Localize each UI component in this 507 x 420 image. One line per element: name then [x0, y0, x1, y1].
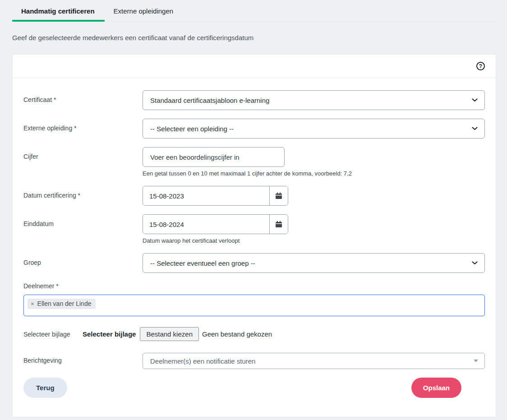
tab-handmatig-certificeren[interactable]: Handmatig certificeren — [12, 7, 105, 21]
tab-externe-opleidingen[interactable]: Externe opleidingen — [105, 7, 184, 21]
cijfer-hint: Een getal tussen 0 en 10 met maximaal 1 … — [143, 170, 485, 177]
externe-opleiding-select[interactable]: -- Selecteer een opleiding -- — [143, 119, 485, 138]
tabs-bar: Handmatig certificeren Externe opleiding… — [12, 0, 496, 22]
row-certificaat: Certificaat * Standaard certificaatsjabl… — [23, 90, 485, 110]
row-groep: Groep -- Selecteer eventueel een groep -… — [23, 253, 485, 273]
bijlage-label: Selecteer bijlage — [23, 331, 83, 338]
participant-name: Ellen van der Linde — [37, 300, 92, 307]
page: Handmatig certificeren Externe opleiding… — [0, 0, 507, 420]
row-einddatum: Einddatum Datum waarop — [23, 214, 485, 244]
page-subtitle: Geef de geselecteerde medewerkers een ce… — [12, 34, 507, 42]
row-deelnemer: Deelnemer * × Ellen van der Linde — [23, 282, 485, 316]
berichtgeving-label: Berichtgeving — [23, 353, 143, 369]
form-card: ? Certificaat * Standaard certificaatsja… — [12, 54, 496, 417]
datum-certificering-label: Datum certificering * — [23, 186, 143, 206]
einddatum-hint: Datum waarop het certificaat verloopt — [143, 237, 485, 244]
row-bijlage: Selecteer bijlage Selecteer bijlage Best… — [23, 327, 485, 341]
cijfer-label: Cijfer — [23, 147, 143, 177]
datum-certificering-input[interactable] — [143, 186, 269, 205]
berichtgeving-select[interactable]: Deelnemer(s) een notificatie sturen — [143, 353, 485, 369]
calendar-icon — [275, 221, 282, 228]
row-externe-opleiding: Externe opleiding * -- Selecteer een opl… — [23, 119, 485, 138]
tab-label: Externe opleidingen — [114, 7, 174, 15]
file-choose-button[interactable]: Bestand kiezen — [140, 327, 199, 341]
cijfer-input[interactable] — [143, 147, 285, 167]
einddatum-input[interactable] — [143, 215, 269, 234]
calendar-button[interactable] — [269, 215, 288, 234]
row-berichtgeving: Berichtgeving Deelnemer(s) een notificat… — [23, 353, 485, 369]
active-tab-underline — [12, 20, 105, 22]
calendar-button[interactable] — [269, 186, 288, 205]
row-cijfer: Cijfer Een getal tussen 0 en 10 met maxi… — [23, 147, 485, 177]
certificaat-label: Certificaat * — [23, 90, 143, 110]
no-file-chosen-text: Geen bestand gekozen — [202, 330, 272, 338]
externe-opleiding-label: Externe opleiding * — [23, 119, 143, 138]
card-body: Certificaat * Standaard certificaatsjabl… — [13, 78, 496, 417]
row-datum-certificering: Datum certificering * — [23, 186, 485, 206]
einddatum-label: Einddatum — [23, 214, 143, 244]
back-button[interactable]: Terug — [23, 378, 67, 398]
selected-participant-tag: × Ellen van der Linde — [28, 299, 96, 309]
deelnemer-label: Deelnemer * — [23, 282, 485, 290]
tab-label: Handmatig certificeren — [21, 7, 95, 15]
groep-label: Groep — [23, 253, 143, 273]
deelnemer-multiselect[interactable]: × Ellen van der Linde — [23, 295, 485, 316]
dropdown-arrow-icon — [474, 360, 478, 362]
groep-select[interactable]: -- Selecteer eventueel een groep -- — [143, 253, 485, 273]
einddatum-group — [143, 214, 288, 234]
calendar-icon — [275, 192, 282, 199]
buttons-row: Terug Opslaan — [23, 378, 485, 398]
datum-certificering-group — [143, 186, 288, 206]
help-icon[interactable]: ? — [476, 62, 485, 70]
bijlage-bold-label: Selecteer bijlage — [83, 330, 136, 338]
card-header: ? — [13, 55, 496, 78]
certificaat-select[interactable]: Standaard certificaatsjabloon e-learning — [143, 90, 485, 110]
remove-tag-icon[interactable]: × — [31, 301, 34, 307]
berichtgeving-selected-value: Deelnemer(s) een notificatie sturen — [150, 357, 255, 365]
save-button[interactable]: Opslaan — [411, 378, 461, 398]
